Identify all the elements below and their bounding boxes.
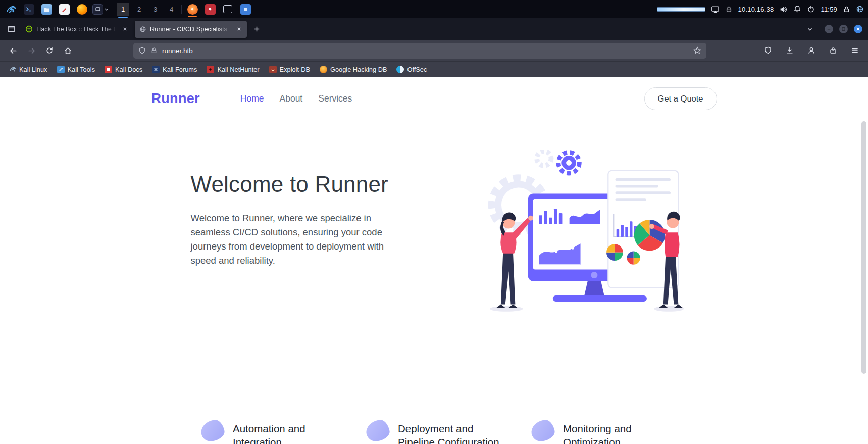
exploit-db-icon: [269, 66, 277, 73]
window-controls: [825, 25, 862, 33]
blob-icon: [199, 418, 226, 442]
tab-close-icon[interactable]: [120, 25, 129, 34]
blob-icon: [530, 418, 556, 442]
workspace-1[interactable]: 1: [117, 3, 129, 16]
bookmark-kali-docs[interactable]: Kali Docs: [100, 64, 146, 75]
bookmark-kali-nethunter[interactable]: Kali NetHunter: [202, 64, 263, 75]
kali-forums-icon: [152, 66, 160, 73]
tab-title: Hack The Box :: Hack The Box: [36, 25, 117, 33]
recorder-app-icon[interactable]: [203, 2, 217, 17]
workspace-3[interactable]: 3: [149, 3, 162, 16]
site-logo[interactable]: Runner: [151, 91, 200, 107]
feature-automation: Automation and Integration: [201, 420, 366, 444]
kali-nethunter-icon: [207, 66, 214, 73]
hero-body: Welcome to Runner, where we specialize i…: [191, 211, 405, 268]
toolbar-right-icons: [759, 43, 864, 58]
permissions-shield-icon[interactable]: [759, 43, 777, 58]
tab-title: Runner - CI/CD Specialists: [150, 25, 231, 33]
bookmark-google-hacking-db[interactable]: Google Hacking DB: [316, 64, 391, 75]
lock-icon[interactable]: [843, 6, 850, 13]
new-tab-button[interactable]: [249, 22, 264, 37]
workspace-4[interactable]: 4: [165, 3, 178, 16]
maximize-button[interactable]: [839, 25, 848, 33]
downloads-icon[interactable]: [781, 43, 798, 58]
get-a-quote-button[interactable]: Get a Quote: [644, 87, 717, 110]
bookmark-label: Kali Linux: [19, 66, 47, 73]
site-header: Runner Home About Services Get a Quote: [0, 77, 868, 121]
volume-icon[interactable]: [779, 5, 788, 14]
firefox-app-icon[interactable]: [75, 2, 89, 17]
feature-title: Deployment and Pipeline Configuration: [398, 420, 509, 444]
panel-separator: [113, 5, 113, 14]
page-scrollbar-thumb[interactable]: [861, 121, 866, 374]
filemanager-app-icon[interactable]: [238, 2, 252, 17]
vpn-ip-address: 10.10.16.38: [738, 6, 774, 13]
extensions-icon[interactable]: [825, 43, 842, 58]
browser-tab-bar: Hack The Box :: Hack The Box Runner - CI…: [0, 18, 868, 40]
burp-app-icon[interactable]: [185, 2, 199, 17]
menu-hamburger-icon[interactable]: [846, 43, 863, 58]
terminal-app-icon[interactable]: [22, 2, 36, 17]
vpn-lock-icon[interactable]: [725, 6, 733, 13]
minimize-button[interactable]: [825, 25, 833, 33]
runner-favicon: [139, 26, 146, 33]
bookmark-label: Kali Docs: [115, 66, 142, 73]
bookmark-kali-tools[interactable]: Kali Tools: [53, 64, 99, 75]
bookmark-label: Kali Forums: [163, 66, 197, 73]
bookmark-kali-forums[interactable]: Kali Forums: [148, 64, 201, 75]
bookmark-kali-linux[interactable]: Kali Linux: [5, 64, 52, 75]
firefox-view-icon[interactable]: [4, 22, 19, 37]
workspace-2[interactable]: 2: [133, 3, 145, 16]
ghdb-icon: [320, 66, 327, 73]
url-bar[interactable]: runner.htb: [133, 43, 706, 59]
tab-runner[interactable]: Runner - CI/CD Specialists: [135, 21, 247, 38]
page-viewport: Runner Home About Services Get a Quote W…: [0, 77, 868, 444]
offsec-icon: [396, 66, 404, 73]
list-all-tabs-icon[interactable]: [802, 22, 818, 37]
power-icon[interactable]: [807, 5, 815, 13]
screenshot-tool-icon[interactable]: [92, 2, 109, 17]
feature-title: Automation and Integration: [233, 420, 344, 444]
files-app-icon[interactable]: [39, 2, 54, 17]
connection-lock-icon[interactable]: [150, 47, 158, 54]
reload-icon[interactable]: [41, 43, 58, 58]
feature-deployment: Deployment and Pipeline Configuration: [366, 420, 531, 444]
home-icon[interactable]: [59, 43, 76, 58]
bookmark-offsec[interactable]: OffSec: [392, 64, 431, 75]
kali-tools-icon: [57, 66, 65, 73]
gear-icon: [558, 152, 579, 173]
tracking-shield-icon[interactable]: [138, 47, 146, 55]
clock[interactable]: 11:59: [821, 6, 837, 13]
htb-favicon: [25, 25, 33, 33]
panel-separator: [181, 5, 182, 14]
panel-graph-widget: [657, 7, 705, 12]
notifications-bell-icon[interactable]: [793, 5, 801, 13]
forward-icon[interactable]: [23, 43, 40, 58]
hero-section: Welcome to Runner Welcome to Runner, whe…: [151, 121, 717, 313]
kali-menu-icon[interactable]: [4, 2, 18, 17]
browser-toolbar: runner.htb: [0, 40, 868, 61]
bookmark-label: OffSec: [407, 66, 427, 73]
system-tray: 10.10.16.38 11:59: [657, 5, 864, 14]
back-icon[interactable]: [5, 43, 22, 58]
window-app-icon[interactable]: [221, 2, 235, 17]
nav-link-about[interactable]: About: [280, 93, 303, 104]
network-globe-icon[interactable]: [856, 5, 864, 13]
blob-icon: [365, 418, 391, 442]
bookmarks-toolbar: Kali Linux Kali Tools Kali Docs Kali For…: [0, 61, 868, 77]
tab-close-icon[interactable]: [234, 25, 243, 34]
nav-link-home[interactable]: Home: [240, 93, 264, 104]
bookmark-label: Kali Tools: [68, 66, 95, 73]
hero-illustration: [486, 150, 686, 313]
bookmark-star-icon[interactable]: [693, 46, 701, 55]
nav-link-services[interactable]: Services: [318, 93, 352, 104]
account-icon[interactable]: [803, 43, 820, 58]
tab-hack-the-box[interactable]: Hack The Box :: Hack The Box: [21, 21, 133, 38]
editor-app-icon[interactable]: [57, 2, 71, 17]
section-divider: [0, 388, 868, 388]
url-text[interactable]: runner.htb: [162, 47, 193, 55]
close-button[interactable]: [854, 25, 862, 33]
display-icon[interactable]: [711, 5, 720, 14]
bookmark-exploit-db[interactable]: Exploit-DB: [265, 64, 314, 75]
feature-title: Monitoring and Optimization: [563, 420, 674, 444]
